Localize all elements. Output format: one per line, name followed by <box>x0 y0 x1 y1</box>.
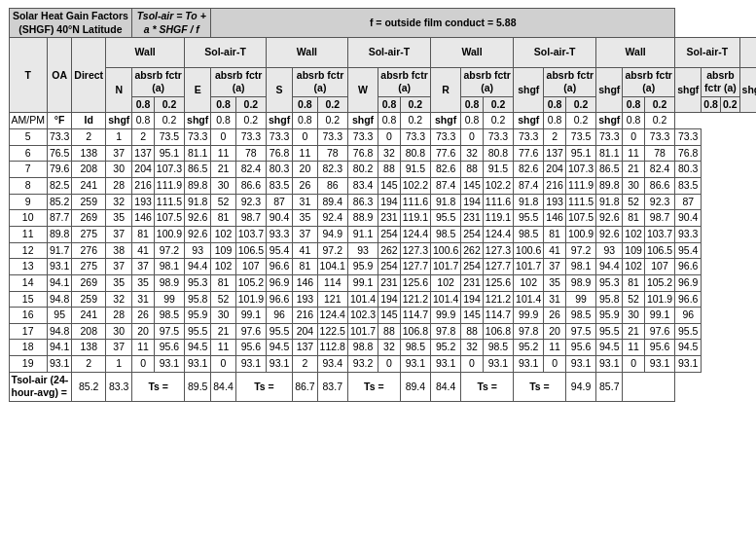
wall-N-group: Wall <box>106 38 185 67</box>
footer-Ts-W: Ts = <box>461 372 514 401</box>
absrb-R-header: absrb fctr (a) <box>461 67 514 96</box>
absrb-W2-header: absrb fctr (a) <box>702 67 739 96</box>
table-row: 985.225932193111.591.85292.3873189.486.3… <box>9 194 756 210</box>
E-02: 0.2 <box>235 96 266 113</box>
footer-Ts-S: Ts = <box>347 372 400 401</box>
top-header-row: Solar Heat Gain Factors (SHGF) 40°N Lati… <box>9 9 756 38</box>
shgf-E-unit: shgf <box>185 113 211 129</box>
R-08-u: 0.8 <box>461 113 484 129</box>
shgf-W-sub: shgf <box>739 67 756 113</box>
footer-E-02: 83.7 <box>317 372 347 401</box>
solairT-E-group: Sol-air-T <box>347 38 430 67</box>
N-02-u: 0.2 <box>154 113 184 129</box>
wall-E-group: Wall <box>267 38 348 67</box>
wall-S-group: Wall <box>430 38 513 67</box>
absrb-E-header: absrb fctr (a) <box>211 67 267 96</box>
R-02-u: 0.2 <box>483 113 513 129</box>
solairT-W-group: Sol-air-T <box>675 38 739 67</box>
table-row: 1189.82753781100.992.6102103.793.33794.9… <box>9 226 756 242</box>
S-header: S <box>267 67 293 113</box>
table-row: 882.524128216111.989.83086.683.5268683.4… <box>9 178 756 195</box>
main-title: Solar Heat Gain Factors (SHGF) 40°N Lati… <box>9 9 132 38</box>
W-08-u: 0.8 <box>378 113 401 129</box>
absrb-W-header: absrb fctr (a) <box>378 67 431 96</box>
sub-header-row1: N absrb fctr (a) E absrb fctr (a) S absr… <box>9 67 756 96</box>
T-header: T <box>9 38 47 113</box>
roof-group: Roof <box>739 38 756 67</box>
W-02-u: 0.2 <box>400 113 430 129</box>
footer-Ts-N: Ts = <box>132 372 185 401</box>
S-08-u: 0.8 <box>293 113 317 129</box>
units-row: AM/PM °F Id shgf 0.8 0.2 shgf 0.8 0.2 sh… <box>9 113 756 129</box>
N2-02-u: 0.2 <box>565 113 595 129</box>
footer-S-08: 89.4 <box>400 372 430 401</box>
temp-unit: °F <box>47 113 71 129</box>
footer-label: Tsol-air (24-hour-avg) = <box>9 372 72 401</box>
data-body: 573.321273.573.3073.373.3073.373.3073.37… <box>9 129 756 373</box>
f-value-cell: f = outside film conduct = 5.88 <box>211 9 675 38</box>
E2-02-u: 0.2 <box>644 113 674 129</box>
id-unit: Id <box>72 113 106 129</box>
E-08: 0.8 <box>211 96 235 113</box>
absrb-S-header: absrb fctr (a) <box>293 67 348 96</box>
S-02: 0.2 <box>317 96 347 113</box>
table-row: 1894.1138371195.694.51195.694.5137112.89… <box>9 340 756 356</box>
N2-02: 0.2 <box>565 96 595 113</box>
table-row: 779.620830204107.386.52182.480.32082.380… <box>9 162 756 178</box>
OA-header: OA <box>47 38 71 113</box>
absrb-R2-header: absrb fctr (a) <box>544 67 596 96</box>
shgf-N-unit: shgf <box>106 113 132 129</box>
col-group-header: T OA Direct Wall Sol-air-T Wall Sol-air-… <box>9 38 756 67</box>
shgf-N-sub: shgf <box>514 67 544 113</box>
table-row: 1794.8208302097.595.52197.695.5204122.51… <box>9 323 756 340</box>
shgf-E2-unit: shgf <box>596 113 623 129</box>
shgf-S-sub: shgf <box>675 67 702 113</box>
S2-08: 0.8 <box>702 96 721 113</box>
E2-08-u: 0.8 <box>623 113 645 129</box>
table-row: 1993.121093.193.1093.193.1293.493.2093.1… <box>9 356 756 373</box>
solairT-S-group: Sol-air-T <box>514 38 596 67</box>
ampm-cell: AM/PM <box>9 113 47 129</box>
table-row: 1594.825932319995.852101.996.6193121101.… <box>9 291 756 308</box>
direct-header: Direct <box>72 38 106 113</box>
N-header: N <box>106 67 132 113</box>
footer-temp: 85.2 <box>72 372 106 401</box>
absrb-S2-header: absrb fctr (a) <box>623 67 675 96</box>
formula-cell: Tsol-air = To + a * SHGF / f <box>132 9 211 38</box>
table-row: 1695241282698.595.93099.196216124.4102.3… <box>9 308 756 324</box>
W-header: W <box>347 67 378 113</box>
footer-N-08: 89.5 <box>185 372 211 401</box>
footer-S-02: 84.4 <box>430 372 460 401</box>
N2-08-u: 0.8 <box>544 113 566 129</box>
shgf-S-unit: shgf <box>267 113 293 129</box>
shgf-table: Solar Heat Gain Factors (SHGF) 40°N Lati… <box>9 8 757 402</box>
table-row: 1291.7276384197.293109106.595.44197.2932… <box>9 242 756 259</box>
shgf-N2-unit: shgf <box>514 113 544 129</box>
N-08-u: 0.8 <box>132 113 155 129</box>
E2-08: 0.8 <box>623 96 645 113</box>
E-header: E <box>185 67 211 113</box>
footer-row: Tsol-air (24-hour-avg) = 85.2 83.3 Ts = … <box>9 372 756 401</box>
R-header: R <box>430 67 460 113</box>
E-08-u: 0.8 <box>211 113 235 129</box>
E2-02: 0.2 <box>644 96 674 113</box>
shgf-E-sub: shgf <box>596 67 623 113</box>
footer-N-02: 84.4 <box>211 372 235 401</box>
table-row: 1393.1275373798.194.410210796.681104.195… <box>9 259 756 275</box>
absrb-N-header: absrb fctr (a) <box>132 67 185 96</box>
table-row: 1087.726935146107.592.68198.790.43592.48… <box>9 210 756 227</box>
S2-02: 0.2 <box>720 96 739 113</box>
totals-row: Tsol-air (24-hour-avg) = 85.2 83.3 Ts = … <box>9 372 756 401</box>
table-row: 1494.1269353598.995.381105.296.914611499… <box>9 274 756 291</box>
footer-rad: 83.3 <box>106 372 132 401</box>
solairT-N-group: Sol-air-T <box>185 38 267 67</box>
N2-08: 0.8 <box>544 96 566 113</box>
table-row: 676.51383713795.181.1117876.8117876.8328… <box>9 145 756 162</box>
table-row: 573.321273.573.3073.373.3073.373.3073.37… <box>9 129 756 146</box>
footer-Ts-E: Ts = <box>235 372 292 401</box>
shgf-R-unit: shgf <box>430 113 460 129</box>
shgf-W-unit: shgf <box>347 113 378 129</box>
main-table-container: Solar Heat Gain Factors (SHGF) 40°N Lati… <box>9 8 748 402</box>
N-02: 0.2 <box>154 96 184 113</box>
N-08: 0.8 <box>132 96 155 113</box>
